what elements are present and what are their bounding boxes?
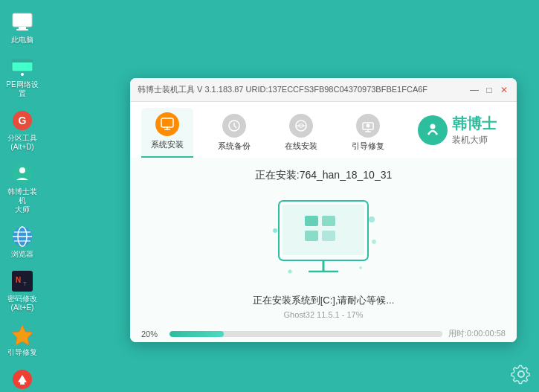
icon-registry-label: 密码修改(Alt+E) [7,295,37,312]
svg-point-32 [430,123,436,129]
window-controls: — □ ✕ [469,85,509,95]
svg-point-43 [372,240,376,244]
icon-browser[interactable]: 浏览器 [2,222,42,262]
app-window: 韩博士装机工具 V 3.1.183.87 URID:137ECCFS3FB98C… [130,78,517,342]
online-install-icon [289,114,313,138]
tab-boot-repair[interactable]: 引导修复 [342,109,394,158]
icon-partition-label: 分区工具(Alt+D) [7,134,37,152]
icon-my-computer[interactable]: 此电脑 [2,7,42,48]
computer-icon [10,10,34,34]
app-content: 正在安装:764_han_18_10_31 [130,158,517,342]
icon-partition-tool[interactable]: G 分区工具(Alt+D) [2,106,42,155]
icon-pe-network-label: PE网络设置 [5,80,39,98]
tab-sys-backup-label: 系统备份 [218,141,251,152]
minimize-button[interactable]: — [469,85,480,95]
svg-rect-0 [13,13,32,27]
svg-point-41 [273,228,277,233]
progress-bar [170,331,442,337]
tab-online-install[interactable]: 在线安装 [275,109,327,158]
tab-boot-repair-label: 引导修复 [352,141,384,152]
icon-pe-network[interactable]: PE网络设置 [2,52,42,101]
svg-point-9 [19,167,25,173]
svg-point-8 [13,164,32,184]
svg-point-45 [359,266,362,269]
svg-rect-34 [283,205,364,255]
svg-text:G: G [19,115,27,126]
logo-text-main: 韩博士 [452,114,497,134]
registry-icon: N T [10,269,34,293]
app-header: 系统安装 系统备份 [130,102,517,158]
icon-my-computer-label: 此电脑 [11,36,33,45]
icon-browser-label: 浏览器 [11,250,33,259]
svg-point-44 [288,270,292,274]
svg-point-30 [367,124,370,128]
icon-han-boshi-label: 韩博士装机大师 [5,187,39,214]
progress-time: 用时:0:00:00:58 [448,328,506,339]
browser-icon [10,225,34,248]
hanboshi-icon [10,162,34,186]
logo-text-sub: 装机大师 [452,134,497,147]
svg-rect-37 [305,231,318,241]
gear-icon[interactable] [511,364,532,385]
window-title: 韩博士装机工具 V 3.1.183.87 URID:137ECCFS3FB98C… [138,84,469,95]
desktop-icons: 此电脑 PE网络设置 G 分区工具(Alt+D) [0,0,45,392]
progress-label: 20% [141,330,164,338]
svg-rect-21 [161,118,173,127]
icon-anydesk[interactable]: 远程工具AnyDesk [2,364,42,392]
tab-online-install-label: 在线安装 [285,141,317,152]
logo-area: 韩博士 装机大师 [398,108,517,158]
tab-sys-install-label: 系统安装 [151,139,184,150]
logo-brand: 韩博士 装机大师 [418,114,497,147]
tab-sys-install[interactable]: 系统安装 [141,108,193,158]
svg-rect-2 [16,29,28,30]
close-button[interactable]: ✕ [499,85,509,95]
sys-install-icon [155,112,179,136]
svg-rect-1 [19,27,26,29]
svg-rect-4 [12,60,33,62]
monitor-illustration [264,193,383,283]
svg-point-5 [21,73,24,76]
icon-boot-repair-label: 引导修复 [7,348,37,357]
svg-point-42 [369,216,375,222]
svg-rect-38 [322,231,335,241]
desktop: 此电脑 PE网络设置 G 分区工具(Alt+D) [0,0,539,392]
svg-rect-35 [305,216,318,226]
icon-han-boshi[interactable]: 韩博士装机大师 [2,159,42,217]
logo-icon [418,115,448,145]
svg-marker-18 [12,325,33,345]
title-bar: 韩博士装机工具 V 3.1.183.87 URID:137ECCFS3FB98C… [130,78,517,102]
svg-rect-36 [322,216,335,226]
boot-repair-tab-icon [356,114,380,138]
icon-registry-edit[interactable]: N T 密码修改(Alt+E) [2,266,42,315]
anydesk-icon [10,367,34,391]
status-main: 正在安装系统到[C:],请耐心等候... [253,294,395,307]
install-title: 正在安装:764_han_18_10_31 [255,169,392,182]
network-icon [10,55,34,79]
icon-boot-repair[interactable]: 引导修复 [2,320,42,360]
tab-sys-backup[interactable]: 系统备份 [208,109,260,158]
svg-text:N: N [16,276,21,284]
progress-fill [170,331,224,337]
sys-backup-icon [222,114,246,138]
status-sub: Ghost32 11.5.1 - 17% [283,310,363,319]
tabs-area: 系统安装 系统备份 [130,108,398,158]
boot-repair-icon [10,323,34,347]
svg-text:T: T [23,280,27,287]
maximize-button[interactable]: □ [484,85,494,95]
svg-rect-20 [20,382,25,385]
progress-container: 20% 用时:0:00:00:58 [141,328,506,339]
partition-icon: G [10,109,34,132]
